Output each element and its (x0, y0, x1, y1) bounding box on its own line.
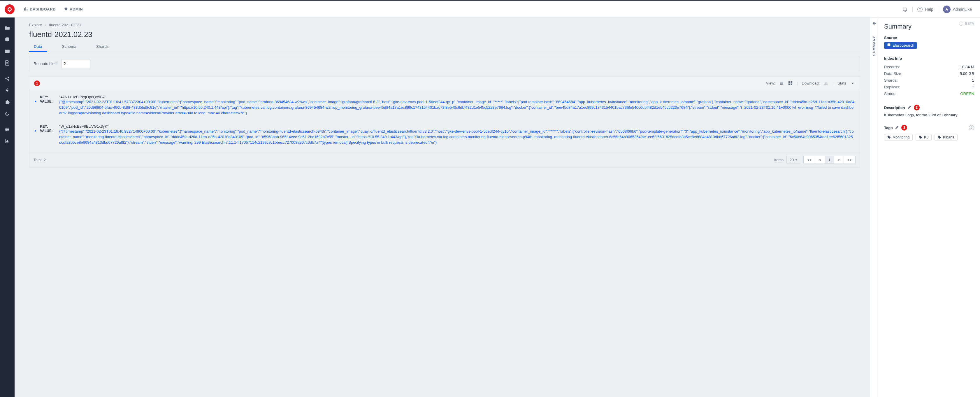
notifications-button[interactable] (899, 7, 911, 12)
download-label: Download: (802, 81, 820, 86)
source-label: Source (884, 36, 974, 40)
nav-dashboard[interactable]: DASHBOARD (20, 7, 60, 12)
annotation-badge-1: 1 (34, 81, 40, 86)
stats-label: Stats (837, 81, 846, 86)
data-panel: 1 View: | Download: | Stats (29, 76, 860, 168)
page-last-button[interactable]: >> (843, 156, 856, 164)
view-toolbar: 1 View: | Download: | Stats (29, 77, 860, 90)
index-info-list: Records:10.84 M Data Size:5.09 GB Shards… (884, 64, 974, 97)
summary-panel: i BETA Summary Source Elasticsearch Inde… (878, 17, 980, 397)
breadcrumb-current: fluentd-2021.02.23 (49, 23, 80, 27)
tag-chip[interactable]: K8 (916, 134, 932, 140)
svg-point-8 (6, 128, 7, 129)
description-label: Description (884, 105, 905, 110)
gear-icon (64, 7, 68, 12)
tag-chip[interactable]: Kibana (934, 134, 958, 140)
svg-rect-0 (24, 8, 25, 11)
share-icon[interactable] (0, 73, 14, 84)
breadcrumb-root[interactable]: Explore (29, 23, 42, 27)
description-text: Kubernetes Logs, for the 23rd of Februar… (884, 113, 974, 117)
svg-rect-12 (7, 140, 8, 143)
panel-collapse-strip: SUMMARY (870, 17, 878, 397)
question-icon: ? (917, 7, 923, 12)
chart-icon[interactable] (0, 135, 14, 147)
svg-rect-15 (791, 81, 792, 83)
bar-chart-icon (24, 7, 28, 12)
refresh-icon[interactable] (0, 108, 14, 119)
svg-point-6 (8, 77, 10, 78)
puzzle-icon[interactable] (0, 96, 14, 108)
page-title: fluentd-2021.02.23 (29, 30, 860, 39)
grid-view-icon[interactable] (788, 81, 792, 86)
svg-point-7 (8, 79, 10, 81)
user-menu[interactable]: A AdminLike (939, 6, 975, 13)
source-chip[interactable]: Elasticsearch (884, 42, 917, 49)
collapse-panel-button[interactable] (872, 21, 877, 27)
key-label: KEY: (40, 124, 57, 129)
record-key: "W_d1zHcB8F8BUVG1x3yK" (59, 124, 855, 129)
expand-caret-icon[interactable] (34, 129, 38, 133)
svg-point-9 (8, 129, 9, 130)
svg-rect-17 (791, 83, 792, 85)
document-icon[interactable] (0, 57, 14, 69)
value-label: VALUE: (40, 129, 57, 133)
annotation-badge-3: 3 (901, 125, 907, 130)
record-item: KEY: "47N1zHcBjPkqOp8Qx5B7" VALUE: {"@ti… (29, 92, 860, 121)
pagination: << < 1 > >> (803, 156, 856, 164)
items-label: Items (774, 158, 784, 162)
page-size-value: 20 (790, 158, 794, 162)
edit-description-icon[interactable] (907, 105, 912, 110)
main-content: Explore › fluentd-2021.02.23 fluentd-202… (14, 17, 870, 397)
tab-shards[interactable]: Shards (92, 41, 113, 52)
records-limit-input[interactable] (61, 59, 91, 68)
beta-badge: i BETA (959, 22, 974, 25)
svg-rect-16 (789, 83, 790, 85)
bolt-icon[interactable] (0, 84, 14, 96)
help-icon[interactable]: ? (969, 125, 974, 130)
record-value: {"@timestamp":"2021-02-23T01:16:41.57337… (59, 99, 855, 116)
record-value: {"@timestamp":"2021-02-23T01:16:40.93271… (59, 129, 855, 145)
help-label: Help (925, 7, 933, 12)
value-label: VALUE: (40, 99, 57, 103)
info-icon: i (959, 22, 963, 25)
side-nav (0, 17, 14, 397)
list-view-icon[interactable] (779, 81, 784, 86)
avatar: A (943, 6, 951, 13)
sliders-icon[interactable] (0, 124, 14, 135)
records-limit-row: Records Limit (29, 56, 860, 71)
id-card-icon[interactable] (0, 46, 14, 57)
nav-admin[interactable]: ADMIN (60, 7, 87, 12)
page-current-button[interactable]: 1 (825, 156, 834, 164)
tab-data[interactable]: Data (29, 41, 47, 52)
svg-point-5 (5, 78, 7, 79)
page-first-button[interactable]: << (803, 156, 815, 164)
expand-caret-icon[interactable] (34, 99, 38, 104)
database-icon (887, 43, 891, 48)
caret-down-icon: ▾ (795, 158, 797, 162)
annotation-badge-2: 2 (914, 105, 920, 111)
svg-rect-13 (9, 141, 10, 142)
page-next-button[interactable]: > (834, 156, 844, 164)
database-icon[interactable] (0, 34, 14, 46)
tab-schema[interactable]: Schema (57, 41, 81, 52)
page-size-select[interactable]: 20 ▾ (786, 156, 800, 164)
tabs: Data Schema Shards (29, 41, 860, 52)
download-icon[interactable] (824, 81, 829, 86)
nav-admin-label: ADMIN (70, 7, 83, 11)
svg-rect-11 (6, 141, 7, 143)
tag-chip[interactable]: Monitoring (884, 134, 913, 140)
folder-icon[interactable] (0, 22, 14, 34)
key-label: KEY: (40, 95, 57, 99)
chevron-down-icon[interactable] (850, 81, 855, 86)
help-button[interactable]: ? Help (914, 7, 937, 12)
nav-dashboard-label: DASHBOARD (30, 7, 56, 11)
svg-rect-4 (5, 49, 10, 53)
svg-point-10 (6, 130, 7, 131)
edit-tags-icon[interactable] (895, 125, 899, 130)
app-logo[interactable] (5, 4, 14, 14)
page-prev-button[interactable]: < (815, 156, 825, 164)
source-value: Elasticsearch (892, 43, 914, 48)
records-list: KEY: "47N1zHcBjPkqOp8Qx5B7" VALUE: {"@ti… (29, 90, 860, 152)
user-name-label: AdminLike (953, 7, 972, 12)
view-label: View: (766, 81, 775, 86)
